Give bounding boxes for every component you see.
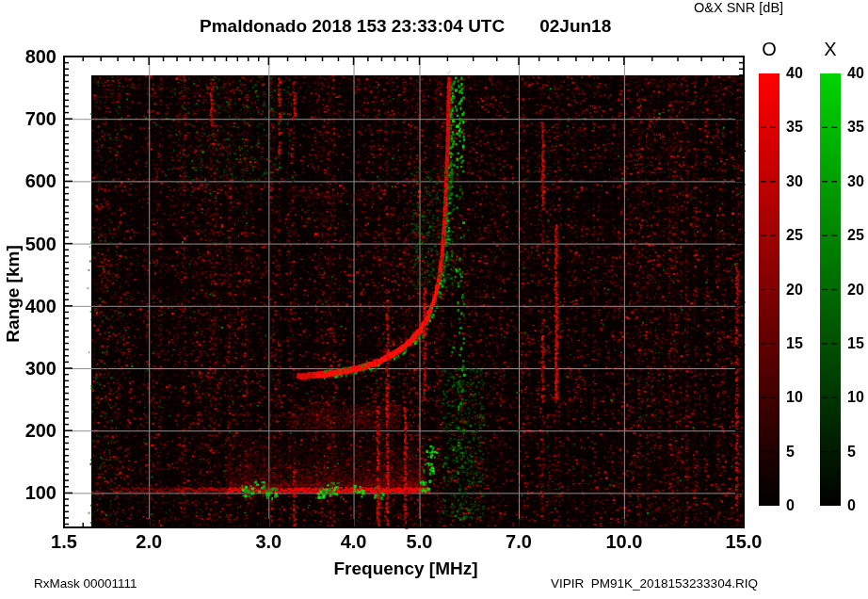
y-tick-label: 300 bbox=[8, 359, 56, 378]
y-tick-label: 600 bbox=[8, 171, 56, 190]
footer-filename: VIPIR PM91K_2018153233304.RIQ bbox=[551, 576, 758, 591]
y-tick-label: 500 bbox=[8, 235, 56, 253]
colorbar-x-tick-label: 0 bbox=[847, 498, 868, 513]
colorbar-x-tick-label: 25 bbox=[847, 228, 868, 243]
x-tick-label: 10.0 bbox=[598, 531, 651, 553]
colorbar-o-tick-label: 25 bbox=[786, 228, 818, 243]
colorbar-x-tick-label: 35 bbox=[847, 120, 868, 135]
x-tick-label: 4.0 bbox=[328, 531, 380, 553]
colorbar-title: O&X SNR [dB] bbox=[694, 0, 783, 15]
y-tick-label: 700 bbox=[8, 109, 56, 128]
colorbar-o-tick-label: 0 bbox=[786, 498, 818, 513]
x-tick-label: 7.0 bbox=[492, 531, 545, 553]
colorbar-o-tick-label: 40 bbox=[786, 66, 818, 81]
ionogram-screen: Pmaldonado 2018 153 23:33:04 UTC 02Jun18… bbox=[0, 0, 868, 599]
x-tick-label: 3.0 bbox=[242, 531, 295, 553]
colorbar-x-tick-label: 15 bbox=[847, 336, 868, 351]
y-tick-label: 400 bbox=[8, 297, 56, 316]
ionogram-plot-canvas bbox=[0, 0, 868, 599]
colorbar-o-tick-label: 5 bbox=[786, 445, 818, 460]
plot-title: Pmaldonado 2018 153 23:33:04 UTC 02Jun18 bbox=[200, 16, 611, 37]
colorbar-o-tick-label: 20 bbox=[786, 283, 818, 298]
colorbar-x-tick-label: 20 bbox=[847, 283, 868, 298]
colorbar-o-label: O bbox=[759, 39, 780, 60]
footer-rxmask: RxMask 00001111 bbox=[34, 576, 137, 591]
x-axis-label: Frequency [MHz] bbox=[312, 559, 500, 579]
x-tick-label: 2.0 bbox=[122, 531, 175, 553]
colorbar-o-tick-label: 10 bbox=[786, 390, 818, 405]
colorbar-o-tick-label: 30 bbox=[786, 174, 818, 189]
colorbar-x-tick-label: 5 bbox=[847, 445, 868, 460]
x-tick-label: 15.0 bbox=[717, 531, 770, 553]
x-tick-label: 1.5 bbox=[38, 531, 90, 553]
plot-title-date: 02Jun18 bbox=[539, 16, 611, 37]
colorbar-o-tick-label: 15 bbox=[786, 336, 818, 351]
colorbar-x-label: X bbox=[820, 39, 841, 60]
x-tick-label: 5.0 bbox=[394, 531, 446, 553]
plot-title-station-time: Pmaldonado 2018 153 23:33:04 UTC bbox=[200, 16, 505, 37]
y-tick-label: 800 bbox=[8, 47, 56, 66]
colorbar-x-tick-label: 30 bbox=[847, 174, 868, 189]
y-tick-label: 200 bbox=[8, 421, 56, 440]
y-tick-label: 100 bbox=[8, 483, 56, 502]
colorbar-x-tick-label: 10 bbox=[847, 390, 868, 405]
colorbar-x-tick-label: 40 bbox=[847, 66, 868, 81]
colorbar-o-tick-label: 35 bbox=[786, 120, 818, 135]
